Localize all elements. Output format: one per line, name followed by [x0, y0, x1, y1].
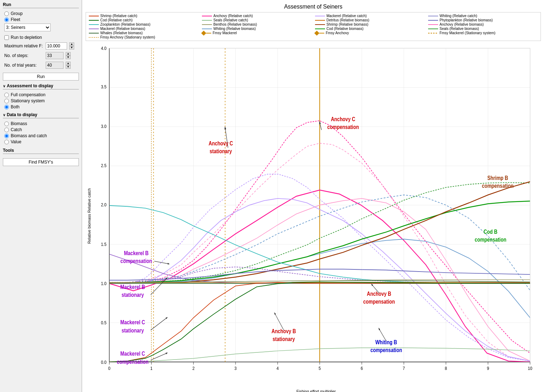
- svg-text:3.5: 3.5: [101, 84, 106, 89]
- no-steps-input[interactable]: [46, 52, 64, 59]
- legend-fmsy-mackerel: Fmsy Mackerel: [202, 31, 311, 35]
- legend-line-shrimp-biomass: [315, 24, 325, 25]
- legend-line-detritus-biomass: [315, 20, 325, 21]
- biomass-and-catch-row[interactable]: Biomass and catch: [4, 133, 79, 138]
- svg-text:Shrimp B: Shrimp B: [487, 175, 508, 181]
- biomass-label: Biomass: [11, 121, 27, 126]
- svg-text:3.0: 3.0: [101, 123, 106, 129]
- full-compensation-radio[interactable]: [4, 93, 9, 97]
- chart-container: Relative biomass Relative catch: [86, 44, 541, 388]
- value-radio[interactable]: [4, 140, 9, 144]
- stationary-system-radio[interactable]: [4, 99, 9, 103]
- tools-section-label: Tools: [3, 148, 14, 153]
- fleet-dropdown[interactable]: 3: Seiners 1: All fleets 2: Trawlers 4: …: [4, 24, 51, 31]
- legend-line-phytoplankton-biomass: [428, 20, 438, 21]
- run-to-depletion-checkbox[interactable]: [4, 35, 9, 40]
- both-row[interactable]: Both: [4, 104, 79, 109]
- svg-text:Mackerel B: Mackerel B: [120, 284, 145, 290]
- full-compensation-label: Full compensation: [11, 92, 45, 97]
- fleet-radio[interactable]: [4, 17, 9, 22]
- svg-text:7: 7: [403, 366, 405, 371]
- svg-text:compensation: compensation: [117, 359, 149, 365]
- max-relative-f-down[interactable]: ▼: [69, 46, 74, 50]
- tools-section-header: Tools: [3, 148, 79, 154]
- svg-text:1: 1: [150, 366, 152, 371]
- legend-line-fmsy-anchovy-stat: [89, 37, 99, 38]
- group-radio-label: Group: [11, 11, 22, 16]
- svg-text:10: 10: [528, 366, 532, 371]
- legend-line-whiting-catch: [428, 16, 438, 16]
- group-radio[interactable]: [4, 11, 9, 16]
- svg-text:5: 5: [319, 366, 321, 371]
- svg-text:compensation: compensation: [363, 299, 395, 305]
- catch-radio[interactable]: [4, 128, 9, 132]
- svg-text:9: 9: [487, 366, 489, 371]
- find-fmsy-button[interactable]: Find FMSY's: [3, 158, 79, 166]
- fleet-radio-row[interactable]: Fleet: [4, 17, 79, 22]
- svg-text:compensation: compensation: [121, 258, 152, 264]
- run-to-depletion-label: Run to depletion: [11, 35, 42, 40]
- no-trial-years-label: No. of trial years:: [4, 63, 44, 68]
- biomass-row[interactable]: Biomass: [4, 121, 79, 126]
- run-section-header: Run: [3, 2, 79, 8]
- catch-row[interactable]: Catch: [4, 127, 79, 132]
- group-radio-row[interactable]: Group: [4, 11, 79, 16]
- assessment-section-header: ∨ Assessment to display: [3, 83, 79, 89]
- svg-text:Anchovy B: Anchovy B: [272, 328, 296, 335]
- chart-title: Assessment of Seiners: [86, 4, 541, 10]
- chart-legend: Shrimp (Relative catch) Anchovy (Relativ…: [86, 12, 541, 41]
- svg-text:1.5: 1.5: [101, 241, 106, 247]
- no-trial-years-down[interactable]: ▼: [66, 65, 71, 69]
- data-group: Biomass Catch Biomass and catch Value: [3, 121, 79, 144]
- legend-shrimp-catch: Shrimp (Relative catch): [89, 14, 198, 18]
- legend-whiting-catch: Whiting (Relative catch): [428, 14, 538, 18]
- no-trial-years-up[interactable]: ▲: [66, 62, 71, 65]
- fleet-radio-label: Fleet: [11, 17, 20, 22]
- run-button[interactable]: Run: [3, 73, 79, 81]
- stationary-row[interactable]: Stationary system: [4, 98, 79, 103]
- svg-text:0.5: 0.5: [101, 320, 106, 325]
- value-label: Value: [11, 139, 21, 144]
- run-to-depletion-row[interactable]: Run to depletion: [3, 35, 79, 40]
- legend-line-seals-biomass: [428, 29, 438, 29]
- svg-text:4.0: 4.0: [101, 46, 106, 51]
- legend-line-anchovy-biomass: [428, 24, 438, 25]
- assessment-collapse-icon[interactable]: ∨: [3, 84, 5, 88]
- data-section-label: Data to display: [7, 112, 37, 117]
- fleet-select-row: 3: Seiners 1: All fleets 2: Trawlers 4: …: [3, 24, 79, 31]
- no-steps-up[interactable]: ▲: [66, 52, 71, 56]
- max-relative-f-up[interactable]: ▲: [69, 42, 74, 46]
- legend-fmsy-mackerel-diamond: [201, 30, 206, 35]
- legend-anchovy-catch: Anchovy (Relative catch): [202, 14, 311, 18]
- legend-whales-biomass: Whales (Relative biomass): [89, 31, 198, 35]
- no-steps-down[interactable]: ▼: [66, 56, 71, 59]
- svg-text:8: 8: [445, 366, 447, 371]
- biomass-radio[interactable]: [4, 122, 9, 126]
- svg-text:Anchovy B: Anchovy B: [367, 290, 391, 297]
- chart-inner: 0.0 0.5 1.0 1.5 2.0 2.5 3.0 3.5 4.0 0 1 …: [91, 44, 541, 388]
- svg-text:Mackerel C: Mackerel C: [120, 319, 145, 326]
- legend-fmsy-anchovy-diamond: [314, 30, 319, 35]
- full-comp-row[interactable]: Full compensation: [4, 92, 79, 97]
- run-section-label: Run: [3, 2, 11, 7]
- both-radio[interactable]: [4, 105, 9, 109]
- max-relative-f-input[interactable]: [46, 42, 67, 50]
- biomass-and-catch-radio[interactable]: [4, 134, 9, 138]
- no-steps-label: No. of steps:: [4, 53, 44, 58]
- stationary-system-label: Stationary system: [11, 98, 45, 103]
- sidebar: Run Group Fleet 3: Seiners 1: All fleets…: [0, 0, 82, 392]
- svg-text:compensation: compensation: [370, 347, 402, 354]
- data-collapse-icon[interactable]: ∨: [3, 113, 5, 117]
- no-trial-years-input[interactable]: [46, 62, 64, 69]
- svg-text:Whiting B: Whiting B: [375, 339, 397, 346]
- svg-text:Mackerel C: Mackerel C: [120, 351, 145, 357]
- legend-detritus-biomass: Detritus (Relative biomass): [315, 18, 425, 22]
- max-relative-f-label: Maximum relative F:: [4, 43, 44, 48]
- both-label: Both: [11, 104, 20, 109]
- svg-text:stationary: stationary: [122, 292, 144, 298]
- legend-seals-catch: Seals (Relative catch): [202, 18, 311, 22]
- y-axis-label: Relative biomass Relative catch: [86, 44, 91, 388]
- svg-text:stationary: stationary: [122, 327, 144, 334]
- value-row[interactable]: Value: [4, 139, 79, 144]
- legend-line-whales-biomass: [89, 33, 99, 33]
